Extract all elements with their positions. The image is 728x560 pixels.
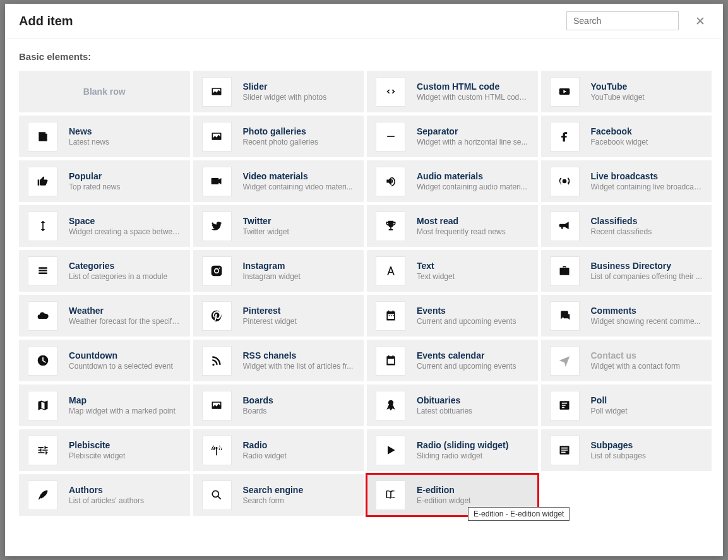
add-item-modal: Add item ✕ Basic elements: Blank rowSlid… <box>5 4 723 556</box>
item-desc: Widget with custom HTML code... <box>417 93 529 102</box>
briefcase-icon <box>550 256 580 286</box>
item-desc: Widget creating a space betwee... <box>69 227 181 236</box>
item-facebook[interactable]: FacebookFacebook widget <box>541 116 712 157</box>
item-events[interactable]: EventsCurrent and upcoming events <box>367 295 538 337</box>
scroll-area[interactable]: Basic elements: Blank rowSliderSlider wi… <box>5 38 723 556</box>
item-desc: Sliding radio widget <box>417 451 529 460</box>
item-audio[interactable]: Audio materialsWidget containing audio m… <box>367 160 538 202</box>
item-text: MapMap widget with a marked point <box>69 395 181 415</box>
bullhorn-icon <box>550 211 580 241</box>
live-icon <box>550 167 580 196</box>
item-text: Custom HTML codeWidget with custom HTML … <box>417 81 529 102</box>
item-separator[interactable]: SeparatorWidget with a horizontal line s… <box>367 116 538 157</box>
item-text: Search engineSearch form <box>243 485 355 505</box>
item-pinterest[interactable]: PinterestPinterest widget <box>193 295 364 337</box>
list-icon <box>28 256 57 286</box>
item-text: TextText widget <box>417 261 529 281</box>
item-events-cal[interactable]: Events calendarCurrent and upcoming even… <box>367 340 538 381</box>
cloud-icon <box>28 301 57 331</box>
sliders-icon <box>28 436 57 465</box>
item-comments[interactable]: CommentsWidget showing recent comme... <box>541 295 712 337</box>
item-galleries[interactable]: Photo galleriesRecent photo galleries <box>193 116 364 157</box>
item-instagram[interactable]: InstagramInstagram widget <box>193 250 364 292</box>
item-title: Live broadcasts <box>591 171 703 181</box>
item-text: EventsCurrent and upcoming events <box>417 306 529 326</box>
item-title: Search engine <box>243 485 355 495</box>
item-title: Boards <box>243 395 355 405</box>
item-video[interactable]: Video materialsWidget containing video m… <box>193 160 364 202</box>
item-desc: YouTube widget <box>591 93 703 102</box>
item-poll[interactable]: PollPoll widget <box>541 384 712 426</box>
item-desc: Most frequently read news <box>417 227 529 236</box>
item-desc: Pinterest widget <box>243 317 355 326</box>
item-slider[interactable]: SliderSlider widget with photos <box>193 71 364 112</box>
minus-icon <box>376 122 405 152</box>
audio-icon <box>376 167 405 196</box>
item-popular[interactable]: PopularTop rated news <box>19 160 190 202</box>
item-title: Twitter <box>243 216 355 226</box>
item-text: CountdownCountdown to a selected event <box>69 350 181 371</box>
item-weather[interactable]: WeatherWeather forecast for the specifie… <box>19 295 190 337</box>
item-title: Pinterest <box>243 306 355 316</box>
item-text: PlebiscitePlebiscite widget <box>69 440 181 460</box>
listbox-icon <box>550 436 580 465</box>
item-live[interactable]: Live broadcastsWidget containing live br… <box>541 160 712 202</box>
item-text: PollPoll widget <box>591 395 703 415</box>
item-title: Weather <box>69 306 181 316</box>
item-text: CommentsWidget showing recent comme... <box>591 306 703 326</box>
item-title: Events calendar <box>417 350 529 360</box>
close-icon[interactable]: ✕ <box>691 13 709 30</box>
youtube-icon <box>550 77 580 107</box>
item-map[interactable]: MapMap widget with a marked point <box>19 384 190 426</box>
item-radio[interactable]: RadioRadio widget <box>193 429 364 471</box>
item-youtube[interactable]: YouTubeYouTube widget <box>541 71 712 112</box>
signal-icon <box>202 436 232 465</box>
image-icon <box>202 391 232 420</box>
item-obituaries[interactable]: ObituariesLatest obituaries <box>367 384 538 426</box>
item-most-read[interactable]: Most readMost frequently read news <box>367 205 538 247</box>
item-radio-slide[interactable]: Radio (sliding widget)Sliding radio widg… <box>367 429 538 471</box>
item-e-edition[interactable]: E-editionE-edition widgetE-edition - E-e… <box>367 474 538 516</box>
clock-icon <box>28 346 57 376</box>
item-text[interactable]: TextText widget <box>367 250 538 292</box>
item-desc: Plebiscite widget <box>69 451 181 460</box>
item-title: Slider <box>243 81 355 92</box>
item-authors[interactable]: AuthorsList of articles' authors <box>19 474 190 516</box>
modal-title: Add item <box>19 14 73 28</box>
item-text: CategoriesList of categories in a module <box>69 261 181 281</box>
item-title: Contact us <box>591 350 703 360</box>
item-title: Instagram <box>243 261 355 271</box>
image-icon <box>202 122 232 152</box>
trophy-icon <box>376 211 405 241</box>
item-contact[interactable]: Contact usWidget with a contact form <box>541 340 712 381</box>
item-twitter[interactable]: TwitterTwitter widget <box>193 205 364 247</box>
item-countdown[interactable]: CountdownCountdown to a selected event <box>19 340 190 381</box>
item-plebiscite[interactable]: PlebiscitePlebiscite widget <box>19 429 190 471</box>
item-classifieds[interactable]: ClassifiedsRecent classifieds <box>541 205 712 247</box>
search-input[interactable] <box>566 11 679 30</box>
item-subpages[interactable]: SubpagesList of subpages <box>541 429 712 471</box>
item-text: YouTubeYouTube widget <box>591 81 703 102</box>
item-desc: List of subpages <box>591 451 703 460</box>
item-desc: Recent photo galleries <box>243 138 355 146</box>
rss-icon <box>202 346 232 376</box>
text-icon <box>376 256 405 286</box>
item-news[interactable]: NewsLatest news <box>19 116 190 157</box>
header-right: ✕ <box>566 11 709 30</box>
item-title: Text <box>417 261 529 271</box>
item-categories[interactable]: CategoriesList of categories in a module <box>19 250 190 292</box>
item-business[interactable]: Business DirectoryList of companies offe… <box>541 250 712 292</box>
item-desc: Radio widget <box>243 451 355 460</box>
item-boards[interactable]: BoardsBoards <box>193 384 364 426</box>
modal-header: Add item ✕ <box>5 4 723 38</box>
item-custom-html[interactable]: Custom HTML codeWidget with custom HTML … <box>367 71 538 112</box>
item-title: Poll <box>591 395 703 405</box>
item-title: Video materials <box>243 171 355 181</box>
item-desc: Widget containing live broadcasts <box>591 182 703 191</box>
item-desc: Widget with the list of articles fr... <box>243 362 355 371</box>
item-search[interactable]: Search engineSearch form <box>193 474 364 516</box>
item-blank-row[interactable]: Blank row <box>19 71 190 112</box>
item-text: Business DirectoryList of companies offe… <box>591 261 703 281</box>
item-rss[interactable]: RSS chanelsWidget with the list of artic… <box>193 340 364 381</box>
item-space[interactable]: SpaceWidget creating a space betwee... <box>19 205 190 247</box>
